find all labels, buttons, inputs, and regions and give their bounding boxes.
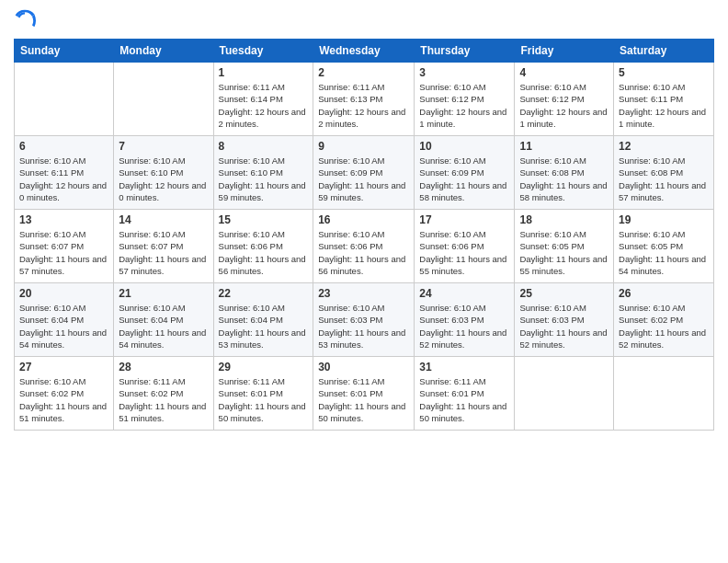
header [14,9,714,31]
calendar-header-row: SundayMondayTuesdayWednesdayThursdayFrid… [15,40,714,63]
day-number: 16 [318,213,409,226]
calendar-cell: 24Sunrise: 6:10 AMSunset: 6:03 PMDayligh… [415,283,515,357]
cell-content: Sunrise: 6:11 AMSunset: 6:14 PMDaylight:… [219,82,306,129]
cell-content: Sunrise: 6:10 AMSunset: 6:11 PMDaylight:… [619,82,706,129]
weekday-header: Sunday [15,40,114,63]
day-number: 27 [19,361,108,373]
day-number: 23 [318,287,409,300]
calendar-cell [114,63,213,136]
cell-content: Sunrise: 6:10 AMSunset: 6:03 PMDaylight:… [519,303,607,350]
cell-content: Sunrise: 6:10 AMSunset: 6:07 PMDaylight:… [119,229,206,276]
cell-content: Sunrise: 6:10 AMSunset: 6:10 PMDaylight:… [219,155,306,202]
cell-content: Sunrise: 6:10 AMSunset: 6:08 PMDaylight:… [519,155,607,202]
calendar-cell: 1Sunrise: 6:11 AMSunset: 6:14 PMDaylight… [213,63,313,136]
day-number: 17 [419,213,509,226]
page: SundayMondayTuesdayWednesdayThursdayFrid… [0,0,728,563]
cell-content: Sunrise: 6:10 AMSunset: 6:09 PMDaylight:… [318,155,405,202]
calendar-cell: 9Sunrise: 6:10 AMSunset: 6:09 PMDaylight… [313,136,415,210]
cell-content: Sunrise: 6:11 AMSunset: 6:01 PMDaylight:… [419,376,506,423]
calendar-cell: 12Sunrise: 6:10 AMSunset: 6:08 PMDayligh… [614,136,714,210]
calendar-cell [15,63,114,136]
weekday-header: Monday [114,40,213,63]
calendar-week-row: 20Sunrise: 6:10 AMSunset: 6:04 PMDayligh… [15,283,714,357]
calendar-cell: 7Sunrise: 6:10 AMSunset: 6:10 PMDaylight… [114,136,213,210]
calendar-week-row: 13Sunrise: 6:10 AMSunset: 6:07 PMDayligh… [15,210,714,283]
cell-content: Sunrise: 6:11 AMSunset: 6:01 PMDaylight:… [318,376,405,423]
day-number: 25 [519,287,609,300]
logo-icon [14,9,36,31]
calendar-cell: 16Sunrise: 6:10 AMSunset: 6:06 PMDayligh… [313,210,415,283]
cell-content: Sunrise: 6:10 AMSunset: 6:03 PMDaylight:… [318,303,405,350]
cell-content: Sunrise: 6:11 AMSunset: 6:01 PMDaylight:… [219,376,306,423]
calendar-week-row: 1Sunrise: 6:11 AMSunset: 6:14 PMDaylight… [15,63,714,136]
cell-content: Sunrise: 6:10 AMSunset: 6:04 PMDaylight:… [19,303,107,350]
cell-content: Sunrise: 6:10 AMSunset: 6:06 PMDaylight:… [419,229,506,276]
cell-content: Sunrise: 6:10 AMSunset: 6:02 PMDaylight:… [619,303,706,350]
day-number: 15 [219,213,309,226]
weekday-header: Tuesday [213,40,313,63]
calendar-cell: 18Sunrise: 6:10 AMSunset: 6:05 PMDayligh… [515,210,614,283]
cell-content: Sunrise: 6:10 AMSunset: 6:04 PMDaylight:… [119,303,206,350]
day-number: 2 [318,66,409,79]
calendar-cell: 30Sunrise: 6:11 AMSunset: 6:01 PMDayligh… [313,357,415,431]
calendar-week-row: 27Sunrise: 6:10 AMSunset: 6:02 PMDayligh… [15,357,714,431]
calendar-cell: 21Sunrise: 6:10 AMSunset: 6:04 PMDayligh… [114,283,213,357]
calendar-cell: 2Sunrise: 6:11 AMSunset: 6:13 PMDaylight… [313,63,415,136]
calendar-cell: 8Sunrise: 6:10 AMSunset: 6:10 PMDaylight… [213,136,313,210]
day-number: 7 [119,140,208,153]
day-number: 29 [219,361,309,373]
calendar-cell: 4Sunrise: 6:10 AMSunset: 6:12 PMDaylight… [515,63,614,136]
calendar-cell: 14Sunrise: 6:10 AMSunset: 6:07 PMDayligh… [114,210,213,283]
cell-content: Sunrise: 6:10 AMSunset: 6:11 PMDaylight:… [19,155,107,202]
weekday-header: Saturday [614,40,714,63]
cell-content: Sunrise: 6:10 AMSunset: 6:05 PMDaylight:… [519,229,607,276]
day-number: 18 [519,213,609,226]
day-number: 8 [219,140,309,153]
day-number: 9 [318,140,409,153]
calendar-cell: 11Sunrise: 6:10 AMSunset: 6:08 PMDayligh… [515,136,614,210]
day-number: 26 [619,287,709,300]
calendar-cell: 20Sunrise: 6:10 AMSunset: 6:04 PMDayligh… [15,283,114,357]
day-number: 14 [119,213,208,226]
day-number: 22 [219,287,309,300]
day-number: 31 [419,361,509,373]
logo [14,9,40,31]
cell-content: Sunrise: 6:10 AMSunset: 6:05 PMDaylight:… [619,229,706,276]
calendar-cell: 5Sunrise: 6:10 AMSunset: 6:11 PMDaylight… [614,63,714,136]
calendar-cell [614,357,714,431]
calendar-table: SundayMondayTuesdayWednesdayThursdayFrid… [14,39,714,431]
day-number: 12 [619,140,709,153]
day-number: 3 [419,66,509,79]
weekday-header: Wednesday [313,40,415,63]
cell-content: Sunrise: 6:10 AMSunset: 6:12 PMDaylight:… [419,82,506,129]
calendar-week-row: 6Sunrise: 6:10 AMSunset: 6:11 PMDaylight… [15,136,714,210]
cell-content: Sunrise: 6:10 AMSunset: 6:03 PMDaylight:… [419,303,506,350]
cell-content: Sunrise: 6:10 AMSunset: 6:10 PMDaylight:… [119,155,206,202]
day-number: 10 [419,140,509,153]
calendar-cell: 29Sunrise: 6:11 AMSunset: 6:01 PMDayligh… [213,357,313,431]
weekday-header: Thursday [415,40,515,63]
day-number: 19 [619,213,709,226]
cell-content: Sunrise: 6:10 AMSunset: 6:06 PMDaylight:… [318,229,405,276]
day-number: 1 [219,66,309,79]
cell-content: Sunrise: 6:10 AMSunset: 6:06 PMDaylight:… [219,229,306,276]
cell-content: Sunrise: 6:10 AMSunset: 6:07 PMDaylight:… [19,229,107,276]
weekday-header: Friday [515,40,614,63]
day-number: 5 [619,66,709,79]
cell-content: Sunrise: 6:11 AMSunset: 6:13 PMDaylight:… [318,82,405,129]
calendar-cell: 10Sunrise: 6:10 AMSunset: 6:09 PMDayligh… [415,136,515,210]
day-number: 20 [19,287,108,300]
cell-content: Sunrise: 6:10 AMSunset: 6:09 PMDaylight:… [419,155,506,202]
cell-content: Sunrise: 6:10 AMSunset: 6:02 PMDaylight:… [19,376,107,423]
day-number: 11 [519,140,609,153]
cell-content: Sunrise: 6:10 AMSunset: 6:12 PMDaylight:… [519,82,607,129]
calendar-cell: 22Sunrise: 6:10 AMSunset: 6:04 PMDayligh… [213,283,313,357]
calendar-cell: 3Sunrise: 6:10 AMSunset: 6:12 PMDaylight… [415,63,515,136]
calendar-cell: 17Sunrise: 6:10 AMSunset: 6:06 PMDayligh… [415,210,515,283]
calendar-cell: 28Sunrise: 6:11 AMSunset: 6:02 PMDayligh… [114,357,213,431]
day-number: 28 [119,361,208,373]
calendar-cell: 26Sunrise: 6:10 AMSunset: 6:02 PMDayligh… [614,283,714,357]
calendar-cell: 19Sunrise: 6:10 AMSunset: 6:05 PMDayligh… [614,210,714,283]
cell-content: Sunrise: 6:10 AMSunset: 6:08 PMDaylight:… [619,155,706,202]
calendar-cell: 27Sunrise: 6:10 AMSunset: 6:02 PMDayligh… [15,357,114,431]
